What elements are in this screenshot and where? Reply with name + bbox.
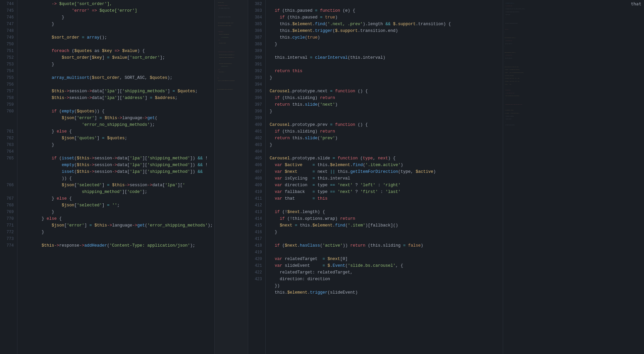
code-line: var isCycling = this.interval [270, 175, 503, 182]
code-line [21, 101, 214, 108]
code-line [270, 1, 503, 7]
code-line: } [21, 142, 214, 148]
code-line: $sort_order[$key] = $value['sort_order']… [21, 54, 214, 61]
far-right-panel: if (this.paused = function (e) { if (thi… [503, 0, 644, 354]
code-line [270, 81, 503, 88]
code-line: var slideEvent = $.Event('slide.bs.carou… [270, 262, 503, 269]
code-line: Carousel.prototype.next = function () { [270, 88, 503, 95]
code-line: $json['selected'] = $this->session->data… [21, 182, 214, 189]
code-line: $next = this.$element.find('.item')[fall… [270, 222, 503, 229]
code-line: } [21, 229, 214, 236]
code-line [21, 236, 214, 242]
code-line: $json['selected'] = ''; [21, 202, 214, 209]
php-panel: 744 745 746 747 748 749 750 751 752 753 … [0, 0, 215, 354]
code-line: var that = this [270, 195, 503, 202]
code-line: return this.slide('prev') [270, 135, 503, 142]
code-line: if (this.sliding) return [270, 128, 503, 135]
code-line: $this->response->addHeader('Content-Type… [21, 242, 214, 249]
code-line: var relatedTarget = $next[0] [270, 256, 503, 262]
code-line: return this [270, 68, 503, 74]
code-line: this.$element.find('.next, .prev').lengt… [270, 21, 503, 28]
code-line: direction: direction [270, 276, 503, 283]
code-line [21, 68, 214, 74]
minimap-left: $sort_order = array(); foreach ($quotes … [215, 0, 248, 354]
code-line: foreach ($quotes as $key => $value) { [21, 48, 214, 54]
code-line: relatedTarget: relatedTarget, [270, 269, 503, 276]
code-line: if (!this.options.wrap) return [270, 215, 503, 222]
code-line: } [21, 14, 214, 21]
code-line: if (this.paused = true) [270, 14, 503, 21]
code-line: if (isset($this->session->data['lpa']['s… [21, 155, 214, 162]
code-line [270, 202, 503, 209]
code-line: array_multisort($sort_order, SORT_ASC, $… [21, 74, 214, 81]
code-line: var $active = this.$element.find('.item.… [270, 162, 503, 168]
code-line: } [270, 41, 503, 48]
code-line: this.$element.trigger(slideEvent) [270, 289, 503, 296]
code-line: return this.slide('next') [270, 101, 503, 108]
code-line: Carousel.prototype.prev = function () { [270, 121, 503, 128]
code-line: this.$element.trigger($.support.transiti… [270, 28, 503, 34]
code-line: $json['quotes'] = $quotes; [21, 135, 214, 142]
code-line: this.interval = clearInterval(this.inter… [270, 54, 503, 61]
js-line-numbers: 382 383 384 385 386 387 388 389 390 391 … [248, 0, 266, 354]
code-line [270, 236, 503, 242]
code-line: Carousel.prototype.slide = function (typ… [270, 155, 503, 162]
code-line: } [21, 61, 214, 68]
code-line [270, 48, 503, 54]
code-line: 'error' => $quote['error'] [21, 7, 214, 14]
php-code-content: -> $quote['sort_order'], 'error' => $quo… [17, 0, 214, 354]
code-line [21, 41, 214, 48]
code-line [21, 81, 214, 88]
php-line-numbers: 744 745 746 747 748 749 750 751 752 753 … [0, 0, 17, 354]
code-line: } [21, 209, 214, 215]
code-line: var $next = next || this.getItemForDirec… [270, 168, 503, 175]
code-line: shipping_method']['code']; [21, 189, 214, 195]
js-panel: 382 383 384 385 386 387 388 389 390 391 … [248, 0, 503, 354]
code-line: } [270, 108, 503, 115]
code-line: if ($next.hasClass('active')) return (th… [270, 242, 503, 249]
code-line: isset($this->session->data['lpa']['shipp… [21, 168, 214, 175]
code-line: if (this.sliding) return [270, 95, 503, 101]
code-line: $json['error'] = $this->language->get( [21, 115, 214, 121]
code-line: } [270, 142, 503, 148]
code-line [270, 61, 503, 68]
code-line: 'error_no_shipping_methods'); [21, 121, 214, 128]
code-line: } [270, 229, 503, 236]
code-line [270, 148, 503, 155]
code-line: var direction = type == 'next' ? 'left' … [270, 182, 503, 189]
code-line: $sort_order = array(); [21, 34, 214, 41]
code-line [270, 249, 503, 256]
code-line: if (empty($quotes)) { [21, 108, 214, 115]
code-line: } [270, 74, 503, 81]
code-line: if (this.paused = function (e) { [270, 7, 503, 14]
code-line: $this->session->data['lpa']['address'] =… [21, 95, 214, 101]
code-line: } else { [21, 128, 214, 135]
code-line: -> $quote['sort_order'], [21, 1, 214, 7]
code-line: } [21, 21, 214, 28]
code-line: var fallback = type == 'next' ? 'first' … [270, 189, 503, 195]
js-code-content: if (this.paused = function (e) { if (thi… [266, 0, 503, 354]
code-line: this.cycle(true) [270, 34, 503, 41]
editor-container: 744 745 746 747 748 749 750 751 752 753 … [0, 0, 644, 354]
top-right-text: that [628, 0, 644, 8]
code-line: } else { [21, 215, 214, 222]
code-line: if (!$next.length) { [270, 209, 503, 215]
code-line [270, 115, 503, 121]
code-line: $json['error'] = $this->language->get('e… [21, 222, 214, 229]
code-line: )) { [21, 175, 214, 182]
code-line [21, 148, 214, 155]
code-line: } else { [21, 195, 214, 202]
code-line [21, 28, 214, 34]
code-line: empty($this->session->data['lpa']['shipp… [21, 162, 214, 168]
code-line: $this->session->data['lpa']['shipping_me… [21, 88, 214, 95]
code-line: }) [270, 283, 503, 289]
